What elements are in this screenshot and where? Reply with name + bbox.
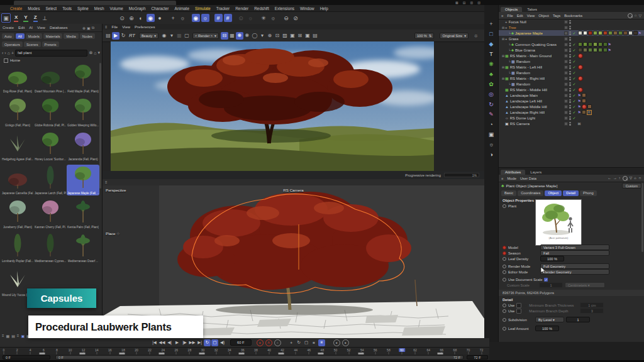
render-region-icon[interactable]: ⊡ [274, 32, 281, 40]
tree-row[interactable]: ⊟▦RS Matrix - Right Hill✓ [499, 75, 644, 81]
material-swatch[interactable] [583, 31, 587, 35]
visibility-dots[interactable] [569, 54, 571, 58]
renderview-menu-view[interactable]: View [122, 25, 130, 29]
visibility-dots[interactable] [569, 99, 571, 103]
tree-row[interactable]: ⊟▦RS Matrix - Main Ground✓ [499, 53, 644, 58]
keyframe-dot[interactable] [502, 204, 506, 208]
plant-item[interactable]: Hedgehog Agave (Fall... [1, 131, 34, 162]
spline-pen-icon[interactable]: ✎ [487, 109, 496, 119]
popout-icon[interactable]: ⧉ [92, 26, 94, 30]
scale-key-icon[interactable]: ▢ [303, 339, 310, 346]
snapshot-icon[interactable]: ▣ [289, 32, 296, 40]
cloner-icon[interactable]: ♣ [487, 69, 496, 79]
plant-item[interactable]: Dwarf Mountain Pine (... [34, 63, 67, 94]
coordinate-system-icon[interactable]: ⊥ [41, 14, 49, 22]
footer-icon[interactable]: ▤ [11, 334, 15, 338]
picture-viewer-icon[interactable]: ▣ [304, 32, 311, 40]
tree-row[interactable]: ▦RS Matrix - Middle Hill✓ [499, 87, 644, 92]
grid-snap-icon[interactable]: # [214, 14, 223, 22]
material-swatch[interactable] [588, 42, 592, 47]
menu-mesh[interactable]: Mesh [94, 6, 104, 11]
clock-icon[interactable]: ◔ [487, 119, 496, 129]
layer-toggle[interactable] [564, 48, 568, 52]
lock-icon[interactable]: ⌂ [94, 51, 96, 55]
tree-row[interactable]: ▣RS Camera⊠ [499, 121, 644, 126]
zoom-value-field[interactable]: 100 %⇅ [414, 33, 435, 39]
render-slot-dropdown[interactable]: < Render >▾ [192, 33, 219, 39]
deformer-icon[interactable]: ↻ [487, 99, 496, 109]
use-min-branch-checkbox[interactable]: ✓ [516, 303, 521, 308]
layer-toggle[interactable] [564, 54, 568, 58]
dropdown-arrow-icon[interactable]: ▾ [258, 32, 266, 40]
tab-media[interactable]: Media [64, 33, 78, 39]
material-icon[interactable]: ◑ [487, 150, 496, 159]
tab-objects[interactable]: Objects [501, 7, 522, 12]
enabled-check-icon[interactable]: ✓ [572, 99, 577, 103]
visibility-dots[interactable] [569, 94, 571, 97]
hamburger-icon[interactable]: ≡ [105, 180, 108, 184]
material-swatch[interactable] [582, 99, 586, 103]
plant-preview[interactable]: (Acer palmatum) [535, 199, 582, 246]
season-value[interactable]: Fall [540, 250, 609, 256]
plant-item[interactable]: Lombardy Poplar (Fall... [1, 233, 34, 263]
copy-icon[interactable]: ▤ [311, 32, 319, 40]
custom-button[interactable]: Custom [622, 183, 641, 189]
visibility-dots[interactable] [569, 31, 571, 35]
menu-volume[interactable]: Volume [109, 6, 123, 11]
tree-row[interactable]: └♣Japanese Maple✓⚑ [499, 30, 644, 36]
redshift-tag-icon[interactable] [578, 53, 583, 58]
plant-item[interactable]: Japanese Camellia (Fal... [1, 165, 34, 195]
enabled-check-icon[interactable]: ✓ [572, 65, 577, 69]
focus-region-icon[interactable]: ⊕ [266, 32, 274, 40]
keyframe-dot[interactable] [502, 251, 506, 255]
material-swatch[interactable] [603, 48, 608, 52]
layer-toggle[interactable] [564, 43, 568, 47]
loop-button[interactable]: ↻ [204, 339, 211, 346]
material-swatch[interactable] [623, 31, 628, 35]
modeling-axis-icon[interactable]: ◉ [147, 14, 155, 22]
current-frame-field[interactable]: 60 F [230, 339, 252, 346]
plant-item[interactable]: Japanese Larch (Fall, Pl... [34, 165, 67, 195]
visibility-dots[interactable] [569, 111, 571, 114]
subdivision-value[interactable]: 1 [566, 317, 590, 322]
quantize-icon[interactable]: ⊕ [128, 14, 136, 22]
next-frame-button[interactable]: |▶ [181, 339, 188, 346]
visibility-dots[interactable] [569, 71, 571, 75]
keyframe-dot[interactable] [502, 265, 506, 268]
play-icon[interactable]: ▶ [112, 32, 119, 40]
layer-toggle[interactable] [564, 31, 568, 35]
add-snapshot-icon[interactable]: ⊞ [296, 32, 304, 40]
keyframe-dot[interactable] [523, 304, 527, 307]
layout-icon[interactable]: ▧ [477, 1, 480, 4]
plant-item[interactable]: Jacaranda (Fall, Plant) [67, 131, 99, 162]
goto-end-button[interactable]: ▶| [196, 339, 203, 346]
tab-layers[interactable]: Layers [526, 170, 546, 175]
layer-toggle[interactable] [564, 20, 568, 24]
attributes-menu-user-data[interactable]: User Data [520, 177, 536, 180]
plant-item[interactable]: Juneberry (Fall, Plant) [1, 199, 34, 229]
material-swatch[interactable] [598, 48, 602, 52]
remove-icon[interactable]: ⊖ [282, 14, 291, 22]
grid-quantize-icon[interactable]: # [224, 14, 232, 22]
camera-icon[interactable]: ▣ [487, 129, 496, 139]
keyframe-dot[interactable] [502, 318, 506, 322]
section-tab-basic[interactable]: Basic [501, 190, 516, 196]
menu-modes[interactable]: Modes [28, 6, 40, 11]
layer-toggle[interactable] [564, 99, 568, 103]
position-key-icon[interactable]: + [288, 339, 295, 346]
cube-primitive-icon[interactable]: ◆ [487, 39, 496, 48]
keyframe-dot[interactable] [502, 270, 506, 274]
xray-tag-icon[interactable]: ⊠ [578, 121, 581, 126]
menu-mograph[interactable]: MoGraph [129, 6, 146, 11]
section-tab-coordinates[interactable]: Coordinates [518, 190, 543, 196]
layer-toggle[interactable] [564, 111, 568, 114]
keyframe-dot[interactable] [502, 327, 506, 331]
layer-toggle[interactable] [564, 26, 568, 30]
min-branch-value[interactable]: 1 cm [580, 302, 604, 308]
tree-row[interactable]: └♣Common Quaking Grass✓⚑ [499, 41, 644, 47]
end-frame-field[interactable]: 72 F [467, 355, 488, 359]
effector-icon[interactable]: ✿ [487, 79, 496, 89]
plant-item[interactable]: Field Maple (Fall, Plant) [67, 63, 99, 94]
search-input[interactable] [15, 50, 87, 57]
pass-dropdown[interactable]: Beauty▾ [139, 33, 158, 39]
